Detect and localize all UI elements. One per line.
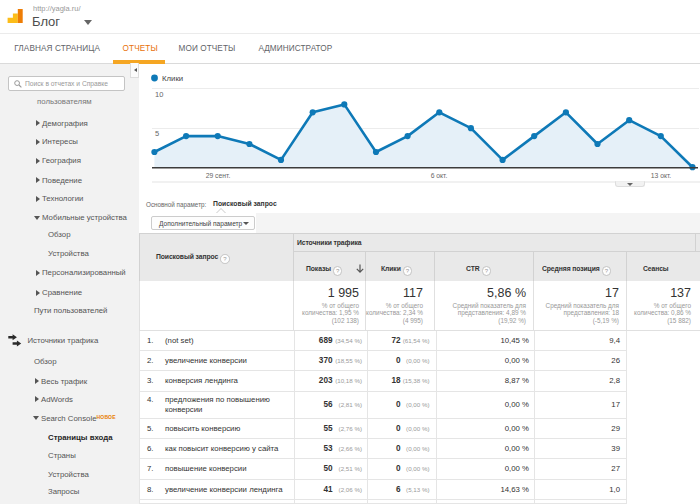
svg-text:6 окт.: 6 окт. [431, 172, 448, 179]
svg-text:10: 10 [155, 90, 163, 99]
svg-text:29 сент.: 29 сент. [206, 172, 231, 179]
svg-text:Клики: Клики [162, 74, 183, 83]
svg-text:5: 5 [155, 129, 159, 138]
svg-text:13 окт.: 13 окт. [651, 172, 672, 179]
